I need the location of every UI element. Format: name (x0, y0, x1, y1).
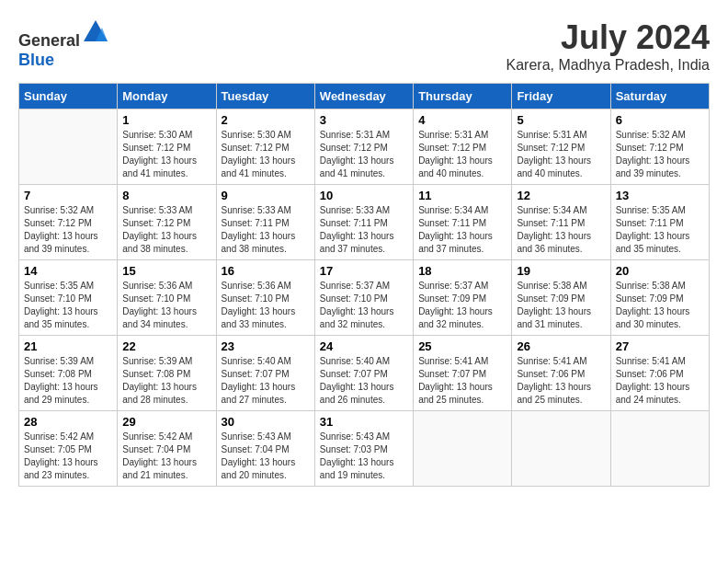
day-number: 18 (418, 264, 506, 278)
day-number: 3 (320, 113, 408, 127)
day-info: Sunrise: 5:33 AMSunset: 7:11 PMDaylight:… (320, 204, 408, 256)
calendar-cell: 25Sunrise: 5:41 AMSunset: 7:07 PMDayligh… (414, 336, 512, 411)
day-number: 11 (418, 189, 506, 202)
page-header: General Blue July 2024 Karera, Madhya Pr… (18, 18, 710, 74)
calendar-cell: 19Sunrise: 5:38 AMSunset: 7:09 PMDayligh… (512, 260, 610, 336)
calendar-cell: 6Sunrise: 5:32 AMSunset: 7:12 PMDaylight… (610, 109, 709, 185)
day-info: Sunrise: 5:40 AMSunset: 7:07 PMDaylight:… (222, 355, 310, 407)
day-number: 10 (320, 189, 408, 202)
calendar-week-row: 14Sunrise: 5:35 AMSunset: 7:10 PMDayligh… (19, 260, 710, 336)
calendar-cell: 29Sunrise: 5:42 AMSunset: 7:04 PMDayligh… (118, 411, 216, 487)
calendar-cell: 12Sunrise: 5:34 AMSunset: 7:11 PMDayligh… (512, 185, 610, 260)
day-number: 17 (320, 264, 408, 278)
day-number: 31 (320, 415, 408, 429)
day-info: Sunrise: 5:42 AMSunset: 7:05 PMDaylight:… (24, 431, 112, 482)
weekday-header: Monday (118, 84, 216, 109)
calendar-cell: 7Sunrise: 5:32 AMSunset: 7:12 PMDaylight… (19, 185, 118, 260)
day-info: Sunrise: 5:30 AMSunset: 7:12 PMDaylight:… (122, 129, 210, 180)
calendar-cell: 14Sunrise: 5:35 AMSunset: 7:10 PMDayligh… (19, 260, 118, 336)
calendar-cell: 22Sunrise: 5:39 AMSunset: 7:08 PMDayligh… (118, 336, 216, 411)
calendar-header-row: SundayMondayTuesdayWednesdayThursdayFrid… (19, 84, 710, 109)
calendar-week-row: 7Sunrise: 5:32 AMSunset: 7:12 PMDaylight… (19, 185, 710, 260)
calendar-cell: 2Sunrise: 5:30 AMSunset: 7:12 PMDaylight… (216, 109, 314, 185)
day-number: 23 (222, 339, 310, 353)
weekday-header: Thursday (414, 84, 512, 109)
day-info: Sunrise: 5:32 AMSunset: 7:12 PMDaylight:… (24, 204, 112, 256)
calendar-cell (512, 411, 610, 487)
calendar-cell: 16Sunrise: 5:36 AMSunset: 7:10 PMDayligh… (216, 260, 314, 336)
day-info: Sunrise: 5:31 AMSunset: 7:12 PMDaylight:… (418, 129, 506, 180)
weekday-header: Sunday (19, 84, 118, 109)
calendar-cell: 9Sunrise: 5:33 AMSunset: 7:11 PMDaylight… (216, 185, 314, 260)
day-info: Sunrise: 5:32 AMSunset: 7:12 PMDaylight:… (616, 129, 704, 180)
day-info: Sunrise: 5:35 AMSunset: 7:11 PMDaylight:… (616, 204, 704, 256)
day-number: 29 (122, 415, 210, 429)
calendar-cell (610, 411, 709, 487)
day-info: Sunrise: 5:39 AMSunset: 7:08 PMDaylight:… (24, 355, 112, 407)
calendar-cell (414, 411, 512, 487)
calendar-table: SundayMondayTuesdayWednesdayThursdayFrid… (18, 83, 710, 487)
day-number: 30 (222, 415, 310, 429)
calendar-cell: 28Sunrise: 5:42 AMSunset: 7:05 PMDayligh… (19, 411, 118, 487)
calendar-cell: 26Sunrise: 5:41 AMSunset: 7:06 PMDayligh… (512, 336, 610, 411)
calendar-cell: 8Sunrise: 5:33 AMSunset: 7:12 PMDaylight… (118, 185, 216, 260)
calendar-week-row: 21Sunrise: 5:39 AMSunset: 7:08 PMDayligh… (19, 336, 710, 411)
weekday-header: Friday (512, 84, 610, 109)
day-info: Sunrise: 5:36 AMSunset: 7:10 PMDaylight:… (222, 280, 310, 331)
day-number: 20 (616, 264, 704, 278)
day-info: Sunrise: 5:34 AMSunset: 7:11 PMDaylight:… (418, 204, 506, 256)
day-info: Sunrise: 5:34 AMSunset: 7:11 PMDaylight:… (517, 204, 605, 256)
calendar-cell: 10Sunrise: 5:33 AMSunset: 7:11 PMDayligh… (314, 185, 413, 260)
day-number: 12 (517, 189, 605, 202)
calendar-cell: 18Sunrise: 5:37 AMSunset: 7:09 PMDayligh… (414, 260, 512, 336)
day-number: 1 (122, 113, 210, 127)
day-number: 4 (418, 113, 506, 127)
day-info: Sunrise: 5:43 AMSunset: 7:03 PMDaylight:… (320, 431, 408, 482)
calendar-week-row: 1Sunrise: 5:30 AMSunset: 7:12 PMDaylight… (19, 109, 710, 185)
day-info: Sunrise: 5:33 AMSunset: 7:11 PMDaylight:… (222, 204, 310, 256)
day-info: Sunrise: 5:39 AMSunset: 7:08 PMDaylight:… (122, 355, 210, 407)
day-info: Sunrise: 5:31 AMSunset: 7:12 PMDaylight:… (320, 129, 408, 180)
day-number: 27 (616, 339, 704, 353)
day-info: Sunrise: 5:41 AMSunset: 7:06 PMDaylight:… (616, 355, 704, 407)
calendar-cell: 20Sunrise: 5:38 AMSunset: 7:09 PMDayligh… (610, 260, 709, 336)
logo-icon (82, 18, 109, 46)
day-number: 14 (24, 264, 112, 278)
calendar-cell: 24Sunrise: 5:40 AMSunset: 7:07 PMDayligh… (314, 336, 413, 411)
calendar-cell: 13Sunrise: 5:35 AMSunset: 7:11 PMDayligh… (610, 185, 709, 260)
weekday-header: Tuesday (216, 84, 314, 109)
day-number: 22 (122, 339, 210, 353)
calendar-cell: 15Sunrise: 5:36 AMSunset: 7:10 PMDayligh… (118, 260, 216, 336)
day-number: 28 (24, 415, 112, 429)
calendar-cell: 30Sunrise: 5:43 AMSunset: 7:04 PMDayligh… (216, 411, 314, 487)
weekday-header: Wednesday (314, 84, 413, 109)
calendar-cell: 21Sunrise: 5:39 AMSunset: 7:08 PMDayligh… (19, 336, 118, 411)
main-title: July 2024 (506, 18, 710, 57)
day-info: Sunrise: 5:31 AMSunset: 7:12 PMDaylight:… (517, 129, 605, 180)
calendar-cell: 31Sunrise: 5:43 AMSunset: 7:03 PMDayligh… (314, 411, 413, 487)
logo-general: General (18, 31, 80, 50)
day-info: Sunrise: 5:37 AMSunset: 7:09 PMDaylight:… (418, 280, 506, 331)
day-number: 5 (517, 113, 605, 127)
day-number: 7 (24, 189, 112, 202)
day-number: 15 (122, 264, 210, 278)
day-number: 6 (616, 113, 704, 127)
day-info: Sunrise: 5:33 AMSunset: 7:12 PMDaylight:… (122, 204, 210, 256)
logo-blue: Blue (18, 51, 54, 69)
day-info: Sunrise: 5:38 AMSunset: 7:09 PMDaylight:… (517, 280, 605, 331)
day-number: 21 (24, 339, 112, 353)
day-info: Sunrise: 5:35 AMSunset: 7:10 PMDaylight:… (24, 280, 112, 331)
day-number: 16 (222, 264, 310, 278)
day-info: Sunrise: 5:37 AMSunset: 7:10 PMDaylight:… (320, 280, 408, 331)
day-number: 25 (418, 339, 506, 353)
day-number: 9 (222, 189, 310, 202)
day-info: Sunrise: 5:42 AMSunset: 7:04 PMDaylight:… (122, 431, 210, 482)
day-info: Sunrise: 5:41 AMSunset: 7:06 PMDaylight:… (517, 355, 605, 407)
day-number: 13 (616, 189, 704, 202)
calendar-cell: 11Sunrise: 5:34 AMSunset: 7:11 PMDayligh… (414, 185, 512, 260)
weekday-header: Saturday (610, 84, 709, 109)
calendar-cell: 5Sunrise: 5:31 AMSunset: 7:12 PMDaylight… (512, 109, 610, 185)
day-info: Sunrise: 5:41 AMSunset: 7:07 PMDaylight:… (418, 355, 506, 407)
calendar-cell: 17Sunrise: 5:37 AMSunset: 7:10 PMDayligh… (314, 260, 413, 336)
day-info: Sunrise: 5:43 AMSunset: 7:04 PMDaylight:… (222, 431, 310, 482)
